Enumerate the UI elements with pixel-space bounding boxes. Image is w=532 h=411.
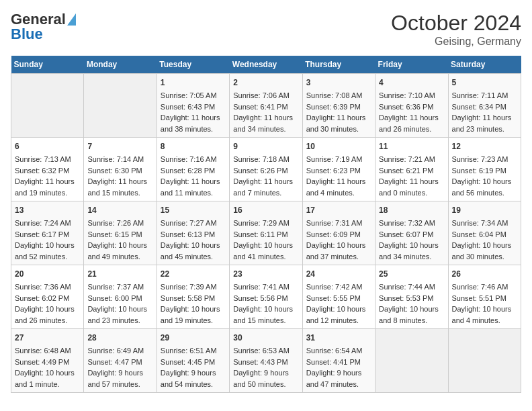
sunrise-text: Sunrise: 7:37 AM: [87, 283, 144, 291]
calendar-header-row: SundayMondayTuesdayWednesdayThursdayFrid…: [11, 56, 521, 74]
header-thursday: Thursday: [302, 56, 375, 74]
header-tuesday: Tuesday: [157, 56, 229, 74]
sunset-text: Sunset: 6:30 PM: [87, 167, 142, 175]
calendar-cell: 21Sunrise: 7:37 AMSunset: 6:00 PMDayligh…: [84, 265, 157, 329]
daylight-text: Daylight: 11 hours and 23 minutes.: [452, 113, 512, 133]
calendar-cell: [375, 329, 448, 393]
day-number: 12: [452, 140, 517, 152]
sunrise-text: Sunrise: 7:05 AM: [161, 91, 217, 99]
calendar-cell: 19Sunrise: 7:34 AMSunset: 6:04 PMDayligh…: [448, 201, 521, 265]
sunrise-text: Sunrise: 7:41 AM: [233, 283, 290, 291]
calendar-week-row: 13Sunrise: 7:24 AMSunset: 6:17 PMDayligh…: [11, 201, 521, 265]
day-number: 7: [87, 140, 152, 152]
sunrise-text: Sunrise: 7:36 AM: [15, 283, 71, 291]
daylight-text: Daylight: 9 hours and 54 minutes.: [161, 369, 216, 388]
day-number: 5: [452, 77, 517, 89]
month-year-title: October 2024: [391, 11, 521, 36]
daylight-text: Daylight: 10 hours and 45 minutes.: [161, 241, 220, 261]
sunrise-text: Sunrise: 6:53 AM: [233, 347, 290, 355]
calendar-cell: [448, 329, 521, 393]
calendar-cell: 5Sunrise: 7:11 AMSunset: 6:34 PMDaylight…: [448, 74, 521, 138]
day-number: 28: [87, 332, 152, 344]
sunset-text: Sunset: 6:21 PM: [379, 167, 433, 175]
day-number: 20: [15, 268, 80, 280]
sunset-text: Sunset: 6:36 PM: [379, 103, 433, 111]
sunset-text: Sunset: 4:47 PM: [87, 358, 142, 366]
sunset-text: Sunset: 6:43 PM: [161, 103, 215, 111]
day-number: 21: [87, 268, 152, 280]
day-number: 4: [379, 77, 444, 89]
day-number: 19: [452, 204, 517, 216]
sunrise-text: Sunrise: 6:48 AM: [15, 347, 71, 355]
sunrise-text: Sunrise: 7:39 AM: [161, 283, 217, 291]
daylight-text: Daylight: 10 hours and 26 minutes.: [15, 305, 75, 324]
sunrise-text: Sunrise: 7:11 AM: [452, 91, 508, 99]
logo-blue-text: Blue: [11, 26, 43, 42]
sunrise-text: Sunrise: 7:32 AM: [379, 219, 435, 227]
calendar-cell: 24Sunrise: 7:42 AMSunset: 5:55 PMDayligh…: [302, 265, 375, 329]
daylight-text: Daylight: 10 hours and 41 minutes.: [233, 241, 293, 261]
sunrise-text: Sunrise: 7:10 AM: [379, 91, 435, 99]
daylight-text: Daylight: 9 hours and 47 minutes.: [306, 369, 362, 388]
sunrise-text: Sunrise: 7:08 AM: [306, 91, 363, 99]
sunset-text: Sunset: 6:26 PM: [233, 167, 287, 175]
sunrise-text: Sunrise: 7:27 AM: [161, 219, 217, 227]
calendar-cell: 26Sunrise: 7:46 AMSunset: 5:51 PMDayligh…: [448, 265, 521, 329]
calendar-cell: [11, 74, 84, 138]
location-subtitle: Geising, Germany: [391, 36, 521, 48]
sunset-text: Sunset: 6:39 PM: [306, 103, 361, 111]
day-number: 11: [379, 140, 444, 152]
daylight-text: Daylight: 10 hours and 15 minutes.: [233, 305, 293, 324]
sunrise-text: Sunrise: 7:13 AM: [15, 155, 71, 163]
sunset-text: Sunset: 4:41 PM: [306, 358, 361, 366]
sunrise-text: Sunrise: 7:23 AM: [452, 155, 508, 163]
day-number: 23: [233, 268, 298, 280]
sunset-text: Sunset: 6:04 PM: [452, 230, 506, 238]
daylight-text: Daylight: 10 hours and 19 minutes.: [161, 305, 220, 324]
daylight-text: Daylight: 10 hours and 12 minutes.: [306, 305, 366, 324]
sunrise-text: Sunrise: 7:29 AM: [233, 219, 290, 227]
sunset-text: Sunset: 5:55 PM: [306, 294, 361, 302]
header-monday: Monday: [84, 56, 157, 74]
calendar-cell: 25Sunrise: 7:44 AMSunset: 5:53 PMDayligh…: [375, 265, 448, 329]
sunrise-text: Sunrise: 7:06 AM: [233, 91, 290, 99]
day-number: 29: [161, 332, 226, 344]
calendar-week-row: 20Sunrise: 7:36 AMSunset: 6:02 PMDayligh…: [11, 265, 521, 329]
calendar-cell: 6Sunrise: 7:13 AMSunset: 6:32 PMDaylight…: [11, 138, 84, 201]
calendar-cell: 31Sunrise: 6:54 AMSunset: 4:41 PMDayligh…: [302, 329, 375, 393]
sunrise-text: Sunrise: 7:42 AM: [306, 283, 363, 291]
sunrise-text: Sunrise: 7:16 AM: [161, 155, 217, 163]
sunset-text: Sunset: 6:07 PM: [379, 230, 433, 238]
daylight-text: Daylight: 10 hours and 23 minutes.: [87, 305, 147, 324]
calendar-table: SundayMondayTuesdayWednesdayThursdayFrid…: [11, 56, 521, 393]
sunset-text: Sunset: 5:56 PM: [233, 294, 287, 302]
day-number: 10: [306, 140, 371, 152]
sunrise-text: Sunrise: 7:44 AM: [379, 283, 435, 291]
sunset-text: Sunset: 6:17 PM: [15, 230, 69, 238]
daylight-text: Daylight: 11 hours and 0 minutes.: [379, 177, 439, 197]
sunset-text: Sunset: 6:02 PM: [15, 294, 69, 302]
day-number: 31: [306, 332, 371, 344]
sunrise-text: Sunrise: 6:54 AM: [306, 347, 363, 355]
sunrise-text: Sunrise: 7:24 AM: [15, 219, 71, 227]
calendar-week-row: 27Sunrise: 6:48 AMSunset: 4:49 PMDayligh…: [11, 329, 521, 393]
sunset-text: Sunset: 5:51 PM: [452, 294, 506, 302]
daylight-text: Daylight: 11 hours and 38 minutes.: [161, 113, 220, 133]
header-sunday: Sunday: [11, 56, 84, 74]
daylight-text: Daylight: 10 hours and 4 minutes.: [452, 305, 512, 324]
sunrise-text: Sunrise: 7:14 AM: [87, 155, 144, 163]
calendar-cell: 4Sunrise: 7:10 AMSunset: 6:36 PMDaylight…: [375, 74, 448, 138]
calendar-cell: 16Sunrise: 7:29 AMSunset: 6:11 PMDayligh…: [230, 201, 302, 265]
header-saturday: Saturday: [448, 56, 521, 74]
daylight-text: Daylight: 10 hours and 8 minutes.: [379, 305, 439, 324]
day-number: 8: [161, 140, 226, 152]
day-number: 13: [15, 204, 80, 216]
day-number: 2: [233, 77, 298, 89]
logo-arrow-icon: [67, 13, 76, 26]
sunrise-text: Sunrise: 7:26 AM: [87, 219, 144, 227]
header-friday: Friday: [375, 56, 448, 74]
day-number: 24: [306, 268, 371, 280]
calendar-cell: 10Sunrise: 7:19 AMSunset: 6:23 PMDayligh…: [302, 138, 375, 201]
calendar-cell: 27Sunrise: 6:48 AMSunset: 4:49 PMDayligh…: [11, 329, 84, 393]
calendar-cell: 11Sunrise: 7:21 AMSunset: 6:21 PMDayligh…: [375, 138, 448, 201]
